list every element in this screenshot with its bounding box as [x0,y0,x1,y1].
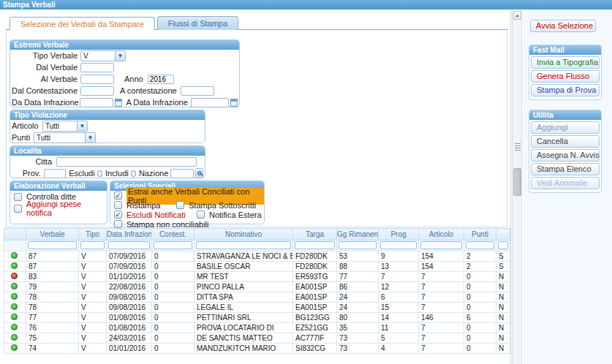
table-row[interactable]: 76V01/08/20160PROVA LOCATARIO DIEZ521GG3… [4,323,510,333]
da-data-infrazione-input[interactable] [80,98,113,107]
column-header[interactable]: Tipo [79,229,107,240]
column-header[interactable]: Nominativo [194,229,293,240]
calendar-icon[interactable] [230,99,238,107]
chevron-down-icon[interactable]: ▼ [85,133,95,143]
status-cell [4,303,26,313]
invia-a-tipografia-button[interactable]: Invia a Tipografia [531,56,600,69]
column-filter-input[interactable] [154,241,192,249]
column-header[interactable]: Punti [464,229,496,240]
status-green-icon [11,314,18,320]
dal-contestazione-input[interactable] [80,86,114,96]
cell-contest: 0 [152,292,194,303]
selezioni-checkbox[interactable] [176,201,184,209]
column-header[interactable] [496,229,510,240]
citta-input[interactable] [56,157,197,167]
prov-input[interactable] [44,169,66,178]
selezioni-checkbox[interactable] [114,220,122,228]
cell-tipo: V [79,251,107,262]
page-title: Stampa Verbali [3,1,56,9]
dal-contestazione-label: Dal Contestazione [12,86,78,95]
cell-verbale: 87 [26,251,79,262]
column-filter-input[interactable] [295,241,335,249]
selezioni-checkbox[interactable] [114,201,122,209]
table-row[interactable]: 87V07/09/20160BASILE OSCARFD280DK8813154… [4,262,510,272]
assegna-n-avviso-button[interactable]: Assegna N. Avviso [531,149,600,162]
table-row[interactable]: 78V09/08/20160LEGALE ILEA001SP241570N [4,303,510,313]
articolo-select[interactable]: Tutti ▼ [42,121,88,132]
elaborazione-checkbox[interactable] [14,205,22,213]
column-filter-input[interactable] [28,241,77,249]
status-cell [4,272,26,282]
column-header[interactable]: Targa [293,229,337,240]
main-area: Selezione dei Verbali da Stampare Flussi… [0,10,511,364]
tipo-verbale-label: Tipo Verbale [12,51,78,60]
column-header[interactable]: Contest. [152,229,194,240]
selezioni-checkbox[interactable] [197,211,205,219]
cell-prog: 14 [379,313,419,323]
column-header[interactable]: Articolo [419,229,464,240]
status-cell [4,313,26,323]
selezioni-checkbox[interactable]: ✓ [114,192,122,200]
column-filter-input[interactable] [80,241,105,249]
column-header[interactable]: Verbale [26,229,79,240]
table-row[interactable]: 77V01/08/20160PETTINARI SRLBG123GG801414… [4,313,510,323]
a-data-infrazione-input[interactable] [191,98,229,107]
table-row[interactable]: 87V07/09/20160STRAVAGANZA LE NOCI & BASF… [4,251,510,262]
calendar-icon[interactable] [115,99,122,107]
a-contestazione-input[interactable] [181,86,214,96]
cancella-button[interactable]: Cancella [531,135,600,148]
column-filter-input[interactable] [466,241,494,249]
column-filter-input[interactable] [420,241,462,249]
column-header[interactable] [4,229,26,240]
stampa-elenco-button[interactable]: Stampa Elenco [531,163,600,175]
scrollbar-thumb[interactable] [513,168,521,196]
table-row[interactable]: 79V22/08/20160PINCO PALLAEA001SP861270N [4,282,510,292]
column-filter-input[interactable] [380,241,417,249]
column-filter-input[interactable] [498,241,508,249]
search-button[interactable] [195,168,203,178]
column-filter-input[interactable] [339,241,377,249]
punti-label: Punti [12,133,34,142]
vertical-scrollbar[interactable]: ▲ [512,10,522,364]
table-row[interactable]: 83V01/10/20160MR TESTER593TG77770N [4,272,510,282]
scroll-up-arrow-icon[interactable]: ▲ [513,11,521,20]
cell-contest: 0 [152,272,194,282]
escludi-label: Escludi [69,169,94,178]
genera-flusso-button[interactable]: Genera Flusso [531,70,600,83]
cell-targa: AC777IF [293,333,337,344]
cell-targa: FD280DK [293,251,337,262]
elaborazione-checkbox[interactable] [14,193,22,201]
table-row[interactable]: 78V09/08/20160DITTA SPAEA001SP24670N [4,292,510,303]
stampa-di-prova-button[interactable]: Stampa di Prova [531,84,600,96]
anno-input[interactable] [148,75,174,84]
tab-selezione-verbali[interactable]: Selezione dei Verbali da Stampare [10,17,155,31]
filter-cell [337,240,379,251]
column-header[interactable]: Data Infrazione [107,229,152,240]
column-filter-input[interactable] [108,241,150,249]
punti-select[interactable]: Tutti ▼ [34,132,96,143]
column-header[interactable]: Gg Rimanenti [337,229,379,240]
chevron-down-icon[interactable]: ▼ [77,121,87,131]
cell-gg: 80 [337,313,379,323]
column-filter-input[interactable] [196,241,291,249]
tab-flussi-di-stampa[interactable]: Flussi di Stampa [157,16,238,30]
status-cell [4,344,26,354]
cell-nominativo: BASILE OSCAR [194,262,293,272]
selezioni-checkbox[interactable]: ✓ [114,211,122,219]
al-verbale-input[interactable] [80,75,114,84]
includi-radio[interactable] [131,170,136,177]
splitter-grip-icon[interactable] [515,143,521,152]
chevron-down-icon[interactable]: ▼ [115,51,125,61]
escludi-radio[interactable] [97,170,102,177]
nazione-input[interactable] [170,169,194,178]
aggiungi-button[interactable]: Aggiungi [531,121,600,134]
table-row[interactable]: 75V24/03/20160DE SANCTIS MATTEOAC777IF73… [4,333,510,344]
dal-verbale-input[interactable] [80,63,114,72]
cell-articolo: 7 [419,344,464,354]
table-row[interactable]: 74V01/01/20160MANDZUKITCH MARIOSI832CG73… [4,344,510,354]
avvia-selezione-button[interactable]: Avvia Selezione [530,20,596,32]
cell-nominativo: MANDZUKITCH MARIO [194,344,293,354]
vedi-anomalie-button[interactable]: Vedi Anomalie [531,177,600,189]
column-header[interactable]: Prog [379,229,419,240]
tipo-verbale-select[interactable]: V ▼ [80,50,126,61]
